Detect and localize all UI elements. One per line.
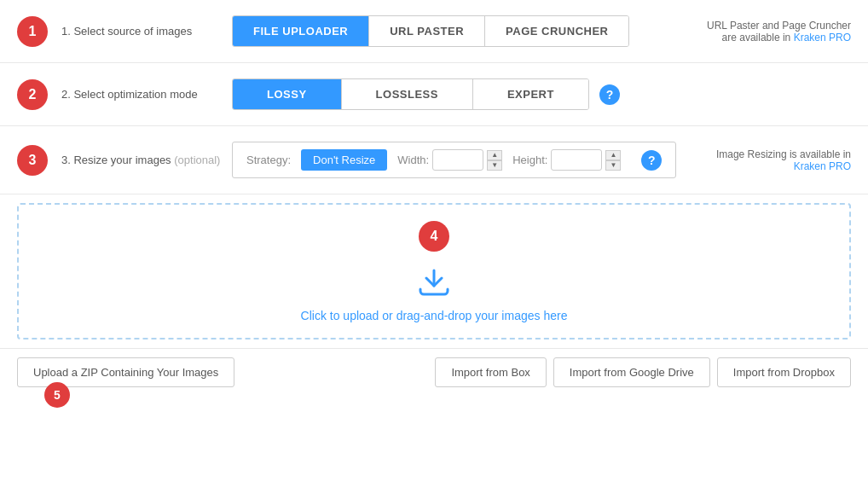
upload-zip-button[interactable]: Upload a ZIP Containing Your Images (17, 357, 234, 387)
drop-text: Click to upload or drag-and-drop your im… (301, 309, 568, 322)
step-4-circle: 4 (419, 221, 449, 252)
strategy-button[interactable]: Don't Resize (301, 149, 387, 171)
opt-lossy[interactable]: LOSSY (233, 79, 342, 109)
width-input[interactable] (432, 149, 483, 171)
width-label: Width: (397, 154, 429, 166)
opt-expert[interactable]: EXPERT (473, 79, 588, 109)
bottom-left-group: Upload a ZIP Containing Your Images 5 (17, 357, 234, 387)
height-field: Height: ▲ ▼ (512, 149, 621, 171)
step-2-circle: 2 (17, 79, 48, 110)
resize-box: Strategy: Don't Resize Width: ▲ ▼ Height… (232, 142, 676, 178)
width-field: Width: ▲ ▼ (397, 149, 502, 171)
height-spinner: ▲ ▼ (605, 150, 621, 171)
drop-zone-section: 4 Click to upload or drag-and-drop your … (0, 194, 868, 348)
tab-url-paster[interactable]: URL PASTER (369, 16, 485, 46)
step-3-note: Image Resizing is available in Kraken PR… (716, 148, 851, 172)
step-3-controls: Strategy: Don't Resize Width: ▲ ▼ Height… (232, 142, 716, 178)
height-label: Height: (512, 154, 547, 166)
tab-file-uploader[interactable]: FILE UPLOADER (233, 16, 369, 46)
optimization-help-icon[interactable]: ? (599, 84, 620, 105)
upload-icon (414, 258, 454, 302)
import-drive-button[interactable]: Import from Google Drive (553, 357, 710, 387)
step-1-label: 1. Select source of images (61, 25, 232, 38)
kraken-pro-link-1[interactable]: Kraken PRO (794, 32, 851, 44)
height-input[interactable] (551, 149, 602, 171)
tab-page-cruncher[interactable]: PAGE CRUNCHER (485, 16, 628, 46)
optimization-mode-group: LOSSY LOSSLESS EXPERT (232, 78, 589, 110)
opt-lossless[interactable]: LOSSLESS (342, 79, 473, 109)
height-down[interactable]: ▼ (605, 160, 621, 171)
step-2-label: 2. Select optimization mode (61, 88, 232, 101)
section-3: 3 3. Resize your images (optional) Strat… (0, 126, 868, 194)
step-1-controls: FILE UPLOADER URL PASTER PAGE CRUNCHER (232, 15, 707, 47)
step-1-circle: 1 (17, 16, 48, 47)
kraken-pro-link-2[interactable]: Kraken PRO (794, 160, 851, 172)
step-3-circle: 3 (17, 145, 48, 176)
width-up[interactable]: ▲ (487, 150, 502, 160)
resize-help-icon[interactable]: ? (641, 150, 662, 171)
strategy-label: Strategy: (246, 154, 291, 166)
width-spinner: ▲ ▼ (487, 150, 502, 171)
step-1-note: URL Paster and Page Cruncher are availab… (707, 20, 851, 44)
import-dropbox-button[interactable]: Import from Dropbox (717, 357, 851, 387)
height-up[interactable]: ▲ (605, 150, 621, 160)
drop-zone[interactable]: 4 Click to upload or drag-and-drop your … (17, 203, 851, 339)
width-down[interactable]: ▼ (487, 160, 502, 171)
import-box-button[interactable]: Import from Box (435, 357, 546, 387)
section-1: 1 1. Select source of images FILE UPLOAD… (0, 0, 868, 63)
step-5-circle: 5 (44, 382, 70, 408)
section-2: 2 2. Select optimization mode LOSSY LOSS… (0, 63, 868, 126)
step-2-controls: LOSSY LOSSLESS EXPERT ? (232, 78, 851, 110)
step-3-label: 3. Resize your images (optional) (61, 154, 232, 166)
bottom-right-group: Import from Box Import from Google Drive… (435, 357, 851, 387)
source-tab-group: FILE UPLOADER URL PASTER PAGE CRUNCHER (232, 15, 629, 47)
bottom-bar: Upload a ZIP Containing Your Images 5 Im… (0, 348, 868, 396)
